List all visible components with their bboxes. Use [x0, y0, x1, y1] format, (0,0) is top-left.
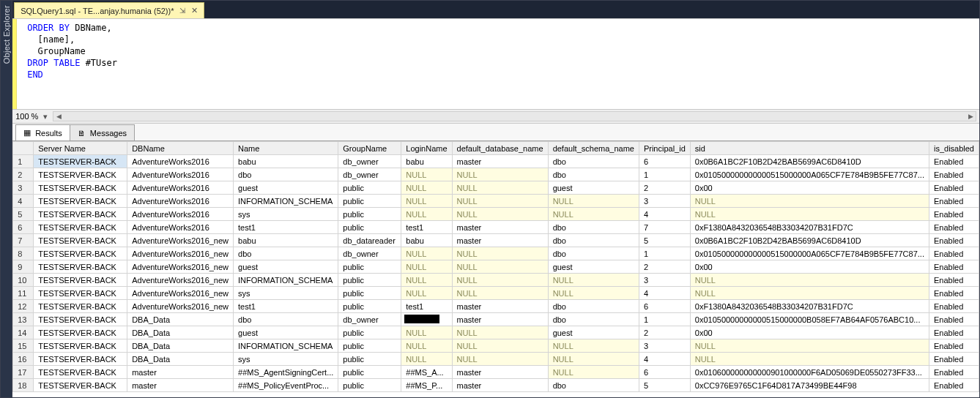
- cell[interactable]: TESTSERVER-BACK: [34, 326, 127, 339]
- cell[interactable]: dbo: [234, 168, 338, 181]
- cell[interactable]: NULL: [401, 353, 452, 366]
- cell[interactable]: NULL: [548, 353, 639, 366]
- cell[interactable]: NULL: [548, 208, 639, 221]
- cell[interactable]: dbo: [548, 168, 639, 181]
- cell[interactable]: INFORMATION_SCHEMA: [234, 274, 338, 287]
- cell[interactable]: DBA_Data: [127, 313, 234, 326]
- cell[interactable]: guest: [234, 181, 338, 195]
- cell[interactable]: NULL: [401, 339, 452, 353]
- cell[interactable]: AdventureWorks2016: [127, 221, 234, 234]
- object-explorer-panel[interactable]: Object Explorer: [1, 1, 12, 397]
- column-header[interactable]: Principal_id: [639, 142, 690, 155]
- cell[interactable]: dbo: [548, 300, 639, 313]
- cell[interactable]: dbo: [234, 313, 338, 326]
- cell[interactable]: ##MS_PolicyEventProc...: [234, 379, 338, 392]
- cell[interactable]: TESTSERVER-BACK: [34, 221, 127, 234]
- cell[interactable]: dbo: [548, 155, 639, 168]
- cell[interactable]: master: [127, 366, 234, 379]
- cell[interactable]: Enabled: [929, 168, 979, 181]
- cell[interactable]: TESTSERVER-BACK: [34, 168, 127, 181]
- cell[interactable]: Enabled: [929, 339, 979, 353]
- cell[interactable]: 4: [639, 287, 690, 300]
- cell[interactable]: sys: [234, 353, 338, 366]
- row-number[interactable]: 13: [13, 313, 34, 326]
- cell[interactable]: NULL: [401, 326, 452, 339]
- cell[interactable]: NULL: [452, 208, 548, 221]
- cell[interactable]: public: [338, 300, 401, 313]
- cell[interactable]: AdventureWorks2016_new: [127, 247, 234, 260]
- cell[interactable]: master: [452, 155, 548, 168]
- cell[interactable]: dbo: [548, 247, 639, 260]
- cell[interactable]: TESTSERVER-BACK: [34, 300, 127, 313]
- cell[interactable]: public: [338, 221, 401, 234]
- cell[interactable]: TESTSERVER-BACK: [34, 234, 127, 247]
- cell[interactable]: TESTSERVER-BACK: [34, 195, 127, 208]
- document-tab[interactable]: SQLQuery1.sql - TE...anjay.humania (52))…: [14, 2, 204, 18]
- cell[interactable]: public: [338, 287, 401, 300]
- cell[interactable]: ##MS_P...: [401, 379, 452, 392]
- cell[interactable]: 7: [639, 221, 690, 234]
- cell[interactable]: Enabled: [929, 221, 979, 234]
- row-number[interactable]: 6: [13, 221, 34, 234]
- cell[interactable]: 0xCC976E9765C1F64D817A73499BE44F98: [690, 379, 929, 392]
- cell[interactable]: master: [452, 234, 548, 247]
- cell[interactable]: TESTSERVER-BACK: [34, 274, 127, 287]
- cell[interactable]: db_owner: [338, 313, 401, 326]
- cell[interactable]: master: [452, 221, 548, 234]
- sql-editor[interactable]: ORDER BY DBName, [name], GroupNameDROP T…: [12, 18, 979, 109]
- cell[interactable]: 3: [639, 274, 690, 287]
- cell[interactable]: public: [338, 260, 401, 274]
- cell[interactable]: dbo: [234, 247, 338, 260]
- table-row[interactable]: 16TESTSERVER-BACKDBA_DatasyspublicNULLNU…: [13, 353, 979, 366]
- cell[interactable]: NULL: [690, 195, 929, 208]
- cell[interactable]: test1: [401, 300, 452, 313]
- table-row[interactable]: 1TESTSERVER-BACKAdventureWorks2016babudb…: [13, 155, 979, 168]
- cell[interactable]: AdventureWorks2016: [127, 208, 234, 221]
- cell[interactable]: TESTSERVER-BACK: [34, 247, 127, 260]
- cell[interactable]: DBA_Data: [127, 339, 234, 353]
- scroll-left-icon[interactable]: ◀: [53, 112, 64, 121]
- cell[interactable]: NULL: [452, 260, 548, 274]
- cell[interactable]: dbo: [548, 379, 639, 392]
- cell[interactable]: NULL: [690, 208, 929, 221]
- code-area[interactable]: ORDER BY DBName, [name], GroupNameDROP T…: [17, 19, 125, 109]
- cell[interactable]: 0x00: [690, 260, 929, 274]
- cell[interactable]: AdventureWorks2016_new: [127, 300, 234, 313]
- table-row[interactable]: 3TESTSERVER-BACKAdventureWorks2016guestp…: [13, 181, 979, 195]
- cell[interactable]: AdventureWorks2016: [127, 168, 234, 181]
- cell[interactable]: Enabled: [929, 366, 979, 379]
- cell[interactable]: TESTSERVER-BACK: [34, 366, 127, 379]
- cell[interactable]: AdventureWorks2016: [127, 155, 234, 168]
- cell[interactable]: Enabled: [929, 260, 979, 274]
- tab-results[interactable]: ▦ Results: [15, 124, 70, 140]
- cell[interactable]: 2: [639, 181, 690, 195]
- cell[interactable]: public: [338, 366, 401, 379]
- cell[interactable]: test1: [234, 300, 338, 313]
- row-number[interactable]: 11: [13, 287, 34, 300]
- cell[interactable]: TESTSERVER-BACK: [34, 313, 127, 326]
- cell[interactable]: public: [338, 326, 401, 339]
- cell[interactable]: NULL: [452, 274, 548, 287]
- column-header[interactable]: GroupName: [338, 142, 401, 155]
- cell[interactable]: 6: [639, 366, 690, 379]
- row-number[interactable]: 14: [13, 326, 34, 339]
- horizontal-scrollbar[interactable]: ◀ ▶: [53, 111, 976, 121]
- cell[interactable]: NULL: [548, 195, 639, 208]
- cell[interactable]: test1: [401, 221, 452, 234]
- table-row[interactable]: 18TESTSERVER-BACKmaster##MS_PolicyEventP…: [13, 379, 979, 392]
- cell[interactable]: DBA_Data: [127, 353, 234, 366]
- cell[interactable]: Enabled: [929, 379, 979, 392]
- row-number[interactable]: 8: [13, 247, 34, 260]
- cell[interactable]: NULL: [401, 274, 452, 287]
- column-header[interactable]: DBName: [127, 142, 234, 155]
- cell[interactable]: NULL: [548, 366, 639, 379]
- cell[interactable]: dbo: [548, 313, 639, 326]
- cell[interactable]: NULL: [452, 247, 548, 260]
- cell[interactable]: NULL: [690, 339, 929, 353]
- cell[interactable]: NULL: [690, 274, 929, 287]
- cell[interactable]: AdventureWorks2016_new: [127, 234, 234, 247]
- cell[interactable]: db_datareader: [338, 234, 401, 247]
- column-header[interactable]: default_database_name: [452, 142, 548, 155]
- cell[interactable]: 0xF1380A8432036548B33034207B31FD7C: [690, 300, 929, 313]
- row-number[interactable]: 7: [13, 234, 34, 247]
